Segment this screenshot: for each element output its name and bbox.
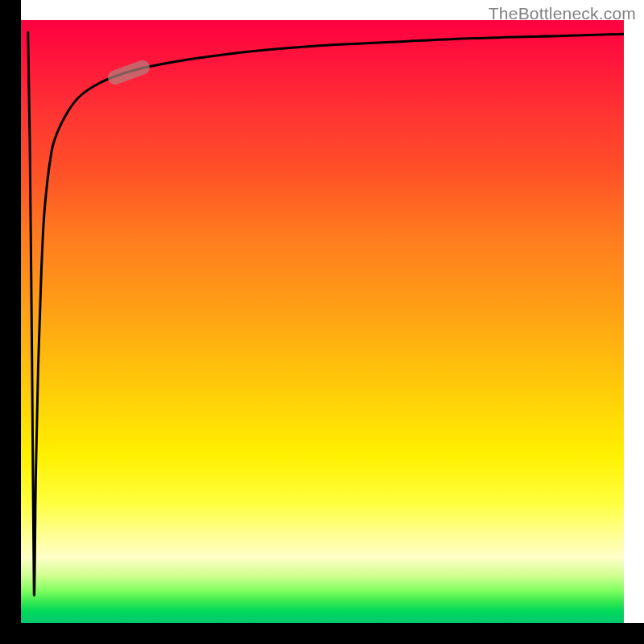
plot-gradient-background xyxy=(20,20,624,624)
y-axis-bar xyxy=(0,0,21,644)
x-axis-bar xyxy=(0,623,644,644)
attribution-label: TheBottleneck.com xyxy=(489,4,636,23)
chart-container: TheBottleneck.com xyxy=(0,0,644,644)
